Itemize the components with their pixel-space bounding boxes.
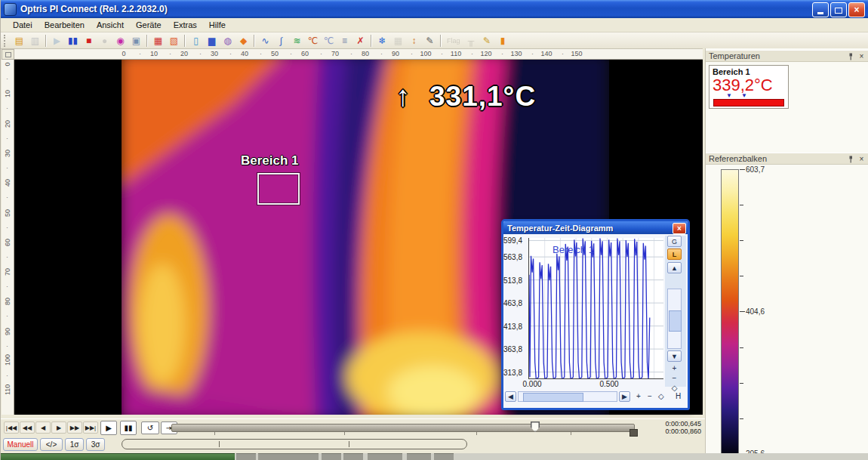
skip-end-button[interactable]: ▶▶| <box>83 421 98 434</box>
time-total: 0:00:00,860 <box>665 428 701 435</box>
temperatures-panel-header[interactable]: Temperaturen × <box>706 50 868 62</box>
diagram-titlebar[interactable]: Temperatur-Zeit-Diagramm <box>503 221 688 234</box>
minimize-button[interactable] <box>812 2 829 17</box>
menu-item-geräte[interactable]: Geräte <box>130 19 168 31</box>
copy-icon[interactable]: ▣ <box>129 34 143 48</box>
align-icon[interactable]: ╥ <box>464 34 479 48</box>
sigma3-button[interactable]: 3σ <box>86 438 105 451</box>
local-scale-button[interactable]: L <box>667 249 682 260</box>
stop-icon[interactable]: ■ <box>82 34 96 48</box>
menu-item-bearbeiten[interactable]: Bearbeiten <box>38 19 91 31</box>
temp-profile-icon[interactable]: ∿ <box>258 34 272 48</box>
horizontal-scrollbar[interactable] <box>518 391 617 402</box>
vertical-scroll-thumb[interactable] <box>669 310 682 332</box>
hruler-tick: 80 <box>362 50 369 57</box>
bottom-strip <box>1 453 868 460</box>
delete-measure-icon[interactable]: ✗ <box>353 34 368 48</box>
reference-bar-icon[interactable]: ▯ <box>189 34 203 48</box>
manuell-button[interactable]: Manuell <box>3 438 38 451</box>
y-tick-label: 413,8 <box>500 323 522 331</box>
reference-panel-header[interactable]: Referenzbalken × <box>706 153 868 165</box>
hruler-tick: 60 <box>301 50 309 57</box>
scroll-up-button[interactable]: ▲ <box>667 262 682 273</box>
temp-alarm-icon[interactable]: ℃ <box>322 34 336 48</box>
zoom-out-y-button[interactable]: − <box>667 374 682 382</box>
loop-button[interactable]: ↺ <box>141 421 159 434</box>
open-file-icon[interactable]: ▤ <box>12 34 26 48</box>
play-icon[interactable]: ▶ <box>50 34 64 48</box>
scroll-down-button[interactable]: ▼ <box>667 350 682 362</box>
hruler-tick: 120 <box>480 50 491 57</box>
menu-item-datei[interactable]: Datei <box>7 19 38 31</box>
flag-label[interactable]: Flag <box>445 34 463 48</box>
timeline-end-marker[interactable] <box>629 429 638 437</box>
sigma1-button[interactable]: 1σ <box>65 438 84 451</box>
fast-forward-button[interactable]: ▶▶ <box>67 421 82 434</box>
palette-icon[interactable]: ▦ <box>151 34 165 48</box>
skip-start-button[interactable]: |◀◀ <box>4 421 19 434</box>
menu-item-extras[interactable]: Extras <box>168 19 203 31</box>
restore-button[interactable] <box>830 2 847 17</box>
step-mode-button[interactable]: </> <box>40 438 63 451</box>
hotspot-icon[interactable]: ◆ <box>236 34 251 48</box>
hold-button[interactable]: H <box>676 392 681 400</box>
toolbar-grip-icon[interactable] <box>4 35 8 47</box>
snapshot-icon[interactable]: ◉ <box>113 34 128 48</box>
horizontal-scroll-thumb[interactable] <box>523 393 583 402</box>
zoom-in-y-button[interactable]: + <box>667 364 682 372</box>
hruler-tick: 30 <box>211 50 218 57</box>
hruler-tick: 140 <box>540 50 552 57</box>
toolbar-separator <box>371 35 372 47</box>
minimize-icon <box>817 12 823 14</box>
scroll-left-button[interactable]: ◀ <box>505 391 516 402</box>
close-panel-icon[interactable]: × <box>857 51 866 61</box>
y-tick-label: 563,8 <box>500 253 522 261</box>
toolbar-separator <box>146 35 148 47</box>
global-scale-button[interactable]: G <box>667 236 682 247</box>
pause-button[interactable]: ▮▮ <box>120 421 137 435</box>
digital-display-icon[interactable]: ≡ <box>337 34 352 48</box>
tools-color-icon[interactable]: ✎ <box>480 34 494 48</box>
vertical-scrollbar[interactable] <box>667 289 682 349</box>
save-icon[interactable]: ▥ <box>28 34 42 48</box>
camera-settings-icon[interactable]: ◍ <box>220 34 235 48</box>
scale-capsule <box>122 439 467 449</box>
region-rect[interactable] <box>257 173 300 205</box>
app-icon[interactable] <box>4 3 17 16</box>
play-button[interactable]: ▶ <box>100 421 117 435</box>
side-panel-icon[interactable]: ▮ <box>496 34 510 48</box>
palette-alt-icon[interactable]: ▧ <box>167 34 181 48</box>
step-back-button[interactable]: ◀ <box>35 421 51 434</box>
palette-arrow-icon[interactable]: ↕ <box>407 34 421 48</box>
temp-display-icon[interactable]: ℃ <box>306 34 320 48</box>
histogram-icon[interactable]: ▆ <box>205 34 219 48</box>
close-panel-icon[interactable]: × <box>857 154 866 164</box>
temp-curve-icon[interactable]: ∫ <box>274 34 288 48</box>
zoom-in-x-button[interactable]: + <box>636 392 641 400</box>
app-window: Optris PI Connect (Rel. 2.2.2032.0) × Da… <box>0 0 868 460</box>
menu-item-hilfe[interactable]: Hilfe <box>203 19 232 31</box>
up-arrow-icon: ↑ <box>396 79 410 113</box>
vruler-tick: 0 <box>4 60 11 69</box>
diagram-close-button[interactable]: × <box>673 223 686 234</box>
close-button[interactable]: × <box>848 2 865 17</box>
fit-x-button[interactable]: ◇ <box>658 392 664 400</box>
timecode-display: 0:00:00,645 0:00:00,860 <box>665 420 701 435</box>
y-tick-label: 513,8 <box>500 276 522 285</box>
pin-icon[interactable] <box>845 51 855 61</box>
layout-icon[interactable]: ▦ <box>391 34 405 48</box>
menu-item-ansicht[interactable]: Ansicht <box>91 19 130 31</box>
tools-icon[interactable]: ✎ <box>423 34 437 48</box>
hruler-tick: 50 <box>271 50 279 57</box>
zoom-out-x-button[interactable]: − <box>648 392 652 400</box>
timeline-track[interactable] <box>171 424 635 432</box>
scroll-right-button[interactable]: ▶ <box>619 391 630 402</box>
diagram-icon[interactable]: ≋ <box>290 34 304 48</box>
pin-icon[interactable] <box>845 154 855 164</box>
record-icon[interactable]: ● <box>97 34 112 48</box>
pause-icon[interactable]: ▮▮ <box>66 34 80 48</box>
step-forward-button[interactable]: ▶ <box>51 421 66 434</box>
vruler-tick: 20 <box>4 119 11 128</box>
fast-rewind-button[interactable]: ◀◀ <box>20 421 35 434</box>
freeze-icon[interactable]: ❄ <box>375 34 389 48</box>
